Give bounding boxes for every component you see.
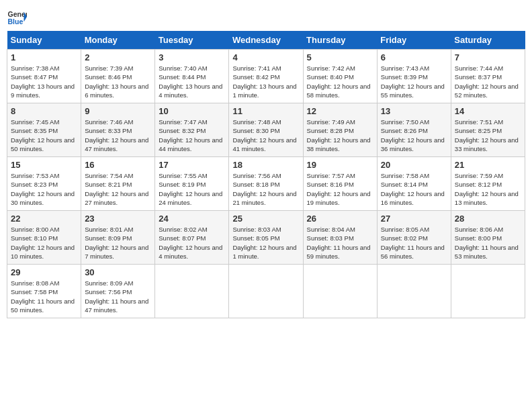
day-number: 28 bbox=[455, 214, 521, 224]
day-number: 5 bbox=[307, 52, 373, 62]
day-number: 29 bbox=[11, 267, 77, 277]
day-number: 16 bbox=[85, 160, 151, 170]
day-number: 15 bbox=[11, 160, 77, 170]
day-info: Sunrise: 7:46 AM Sunset: 8:33 PM Dayligh… bbox=[85, 118, 151, 153]
svg-text:Blue: Blue bbox=[8, 17, 24, 26]
day-number: 12 bbox=[307, 106, 373, 116]
weekday-header-tuesday: Tuesday bbox=[155, 31, 229, 50]
day-number: 25 bbox=[232, 214, 299, 224]
logo-icon: General Blue bbox=[7, 7, 27, 27]
calendar-day: 19 Sunrise: 7:57 AM Sunset: 8:16 PM Dayl… bbox=[303, 157, 377, 211]
day-number: 22 bbox=[11, 214, 77, 224]
calendar-day: 3 Sunrise: 7:40 AM Sunset: 8:44 PM Dayli… bbox=[155, 50, 229, 103]
day-info: Sunrise: 7:39 AM Sunset: 8:46 PM Dayligh… bbox=[85, 64, 151, 99]
weekday-header-monday: Monday bbox=[81, 31, 155, 50]
day-info: Sunrise: 7:53 AM Sunset: 8:23 PM Dayligh… bbox=[11, 171, 77, 207]
day-info: Sunrise: 7:50 AM Sunset: 8:26 PM Dayligh… bbox=[381, 118, 447, 153]
day-info: Sunrise: 8:08 AM Sunset: 7:58 PM Dayligh… bbox=[11, 279, 77, 314]
day-info: Sunrise: 8:09 AM Sunset: 7:56 PM Dayligh… bbox=[85, 279, 151, 314]
day-number: 19 bbox=[307, 160, 373, 170]
day-number: 23 bbox=[85, 214, 151, 224]
calendar-day: 11 Sunrise: 7:48 AM Sunset: 8:30 PM Dayl… bbox=[229, 103, 303, 157]
calendar-day: 8 Sunrise: 7:45 AM Sunset: 8:35 PM Dayli… bbox=[7, 103, 81, 157]
calendar-day: 22 Sunrise: 8:00 AM Sunset: 8:10 PM Dayl… bbox=[7, 211, 81, 265]
day-info: Sunrise: 7:48 AM Sunset: 8:30 PM Dayligh… bbox=[232, 118, 299, 153]
page-header: General Blue bbox=[7, 7, 525, 27]
calendar-day bbox=[229, 265, 303, 318]
logo: General Blue bbox=[7, 7, 27, 27]
day-info: Sunrise: 7:58 AM Sunset: 8:14 PM Dayligh… bbox=[381, 171, 447, 207]
calendar-day: 14 Sunrise: 7:51 AM Sunset: 8:25 PM Dayl… bbox=[451, 103, 525, 157]
day-number: 4 bbox=[232, 52, 299, 62]
day-info: Sunrise: 8:01 AM Sunset: 8:09 PM Dayligh… bbox=[85, 225, 151, 261]
day-info: Sunrise: 7:49 AM Sunset: 8:28 PM Dayligh… bbox=[307, 118, 373, 153]
calendar-day bbox=[155, 265, 229, 318]
calendar-day: 30 Sunrise: 8:09 AM Sunset: 7:56 PM Dayl… bbox=[81, 265, 155, 318]
day-number: 6 bbox=[381, 52, 447, 62]
day-number: 10 bbox=[159, 106, 225, 116]
calendar-day: 2 Sunrise: 7:39 AM Sunset: 8:46 PM Dayli… bbox=[81, 50, 155, 103]
weekday-header-friday: Friday bbox=[377, 31, 451, 50]
day-info: Sunrise: 8:02 AM Sunset: 8:07 PM Dayligh… bbox=[159, 225, 225, 261]
day-number: 1 bbox=[11, 52, 77, 62]
day-number: 21 bbox=[455, 160, 521, 170]
calendar-day: 10 Sunrise: 7:47 AM Sunset: 8:32 PM Dayl… bbox=[155, 103, 229, 157]
calendar-day: 7 Sunrise: 7:44 AM Sunset: 8:37 PM Dayli… bbox=[451, 50, 525, 103]
calendar-day: 17 Sunrise: 7:55 AM Sunset: 8:19 PM Dayl… bbox=[155, 157, 229, 211]
day-number: 27 bbox=[381, 214, 447, 224]
calendar-day: 20 Sunrise: 7:58 AM Sunset: 8:14 PM Dayl… bbox=[377, 157, 451, 211]
calendar-day: 26 Sunrise: 8:04 AM Sunset: 8:03 PM Dayl… bbox=[303, 211, 377, 265]
calendar-week-row: 29 Sunrise: 8:08 AM Sunset: 7:58 PM Dayl… bbox=[7, 265, 525, 318]
day-number: 13 bbox=[381, 106, 447, 116]
weekday-header-wednesday: Wednesday bbox=[229, 31, 303, 50]
calendar-day: 4 Sunrise: 7:41 AM Sunset: 8:42 PM Dayli… bbox=[229, 50, 303, 103]
calendar-day: 21 Sunrise: 7:59 AM Sunset: 8:12 PM Dayl… bbox=[451, 157, 525, 211]
calendar-week-row: 22 Sunrise: 8:00 AM Sunset: 8:10 PM Dayl… bbox=[7, 211, 525, 265]
weekday-header-thursday: Thursday bbox=[303, 31, 377, 50]
day-info: Sunrise: 8:03 AM Sunset: 8:05 PM Dayligh… bbox=[232, 225, 299, 261]
calendar-day bbox=[377, 265, 451, 318]
day-number: 30 bbox=[85, 267, 151, 277]
calendar-day bbox=[451, 265, 525, 318]
day-info: Sunrise: 7:43 AM Sunset: 8:39 PM Dayligh… bbox=[381, 64, 447, 99]
day-number: 8 bbox=[11, 106, 77, 116]
day-info: Sunrise: 7:38 AM Sunset: 8:47 PM Dayligh… bbox=[11, 64, 77, 99]
calendar-day: 24 Sunrise: 8:02 AM Sunset: 8:07 PM Dayl… bbox=[155, 211, 229, 265]
calendar-day: 28 Sunrise: 8:06 AM Sunset: 8:00 PM Dayl… bbox=[451, 211, 525, 265]
day-info: Sunrise: 8:00 AM Sunset: 8:10 PM Dayligh… bbox=[11, 225, 77, 261]
calendar-table: SundayMondayTuesdayWednesdayThursdayFrid… bbox=[7, 31, 525, 318]
calendar-day: 9 Sunrise: 7:46 AM Sunset: 8:33 PM Dayli… bbox=[81, 103, 155, 157]
day-info: Sunrise: 7:45 AM Sunset: 8:35 PM Dayligh… bbox=[11, 118, 77, 153]
day-info: Sunrise: 7:59 AM Sunset: 8:12 PM Dayligh… bbox=[455, 171, 521, 207]
calendar-day: 15 Sunrise: 7:53 AM Sunset: 8:23 PM Dayl… bbox=[7, 157, 81, 211]
day-number: 3 bbox=[159, 52, 225, 62]
day-info: Sunrise: 8:05 AM Sunset: 8:02 PM Dayligh… bbox=[381, 225, 447, 261]
day-info: Sunrise: 7:40 AM Sunset: 8:44 PM Dayligh… bbox=[159, 64, 225, 99]
day-number: 20 bbox=[381, 160, 447, 170]
calendar-day: 1 Sunrise: 7:38 AM Sunset: 8:47 PM Dayli… bbox=[7, 50, 81, 103]
day-info: Sunrise: 7:54 AM Sunset: 8:21 PM Dayligh… bbox=[85, 171, 151, 207]
weekday-header-saturday: Saturday bbox=[451, 31, 525, 50]
day-number: 17 bbox=[159, 160, 225, 170]
day-info: Sunrise: 7:47 AM Sunset: 8:32 PM Dayligh… bbox=[159, 118, 225, 153]
day-number: 24 bbox=[159, 214, 225, 224]
day-number: 11 bbox=[232, 106, 299, 116]
day-info: Sunrise: 7:56 AM Sunset: 8:18 PM Dayligh… bbox=[232, 171, 299, 207]
day-number: 14 bbox=[455, 106, 521, 116]
calendar-day: 16 Sunrise: 7:54 AM Sunset: 8:21 PM Dayl… bbox=[81, 157, 155, 211]
day-info: Sunrise: 8:06 AM Sunset: 8:00 PM Dayligh… bbox=[455, 225, 521, 261]
day-info: Sunrise: 7:44 AM Sunset: 8:37 PM Dayligh… bbox=[455, 64, 521, 99]
day-number: 9 bbox=[85, 106, 151, 116]
calendar-day: 13 Sunrise: 7:50 AM Sunset: 8:26 PM Dayl… bbox=[377, 103, 451, 157]
day-info: Sunrise: 7:41 AM Sunset: 8:42 PM Dayligh… bbox=[232, 64, 299, 99]
day-info: Sunrise: 7:57 AM Sunset: 8:16 PM Dayligh… bbox=[307, 171, 373, 207]
calendar-day: 18 Sunrise: 7:56 AM Sunset: 8:18 PM Dayl… bbox=[229, 157, 303, 211]
day-number: 18 bbox=[232, 160, 299, 170]
calendar-day: 25 Sunrise: 8:03 AM Sunset: 8:05 PM Dayl… bbox=[229, 211, 303, 265]
calendar-day: 5 Sunrise: 7:42 AM Sunset: 8:40 PM Dayli… bbox=[303, 50, 377, 103]
calendar-day: 23 Sunrise: 8:01 AM Sunset: 8:09 PM Dayl… bbox=[81, 211, 155, 265]
day-info: Sunrise: 7:42 AM Sunset: 8:40 PM Dayligh… bbox=[307, 64, 373, 99]
calendar-week-row: 15 Sunrise: 7:53 AM Sunset: 8:23 PM Dayl… bbox=[7, 157, 525, 211]
day-info: Sunrise: 7:55 AM Sunset: 8:19 PM Dayligh… bbox=[159, 171, 225, 207]
day-number: 7 bbox=[455, 52, 521, 62]
